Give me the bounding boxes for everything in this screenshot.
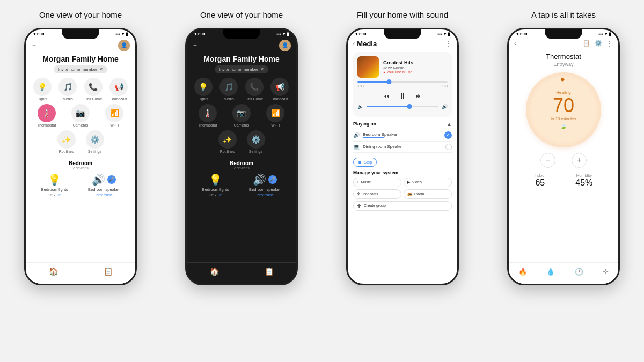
avatar-1[interactable]: 👤 bbox=[118, 40, 130, 51]
radio-btn[interactable]: 📻 Radio bbox=[404, 189, 452, 199]
media-icon-2: 🎵 bbox=[219, 78, 238, 96]
bedroom-speaker-1[interactable]: 🔊 🎤 Bedroom speaker Play music bbox=[88, 173, 120, 197]
bedroom-lights-2[interactable]: 💡 Bedroom lights Off • On bbox=[202, 173, 229, 197]
time-row: 1:12 3:23 bbox=[357, 84, 448, 88]
back-chevron-4[interactable]: ‹ bbox=[514, 40, 516, 46]
phone-3-content: ‹ Media ⋮ Greatest Hits Jazz Music ● You… bbox=[348, 38, 457, 249]
action-thermostat[interactable]: 🌡️ Thermostat bbox=[31, 104, 62, 127]
home-nav-1[interactable]: 🏠 bbox=[49, 267, 58, 276]
lights-off: Off bbox=[48, 193, 53, 197]
podcasts-label: Podcasts bbox=[363, 192, 378, 196]
action-routines[interactable]: ✨ Routines bbox=[54, 130, 79, 153]
progress-bar[interactable]: 1:12 3:23 bbox=[357, 81, 448, 88]
wifi-label-2: Wi-Fi bbox=[271, 123, 280, 127]
action-media-2[interactable]: 🎵 Media bbox=[218, 78, 240, 101]
lights-off-2: Off bbox=[209, 193, 214, 197]
music-btn[interactable]: ♪ Music bbox=[353, 178, 401, 187]
mic-button-1[interactable]: 🎤 bbox=[107, 175, 116, 184]
more-icon-3[interactable]: ⋮ bbox=[445, 40, 452, 47]
create-group-btn[interactable]: ➕ Create group bbox=[353, 201, 452, 211]
lights-on: On bbox=[57, 193, 62, 197]
volume-track[interactable] bbox=[367, 106, 438, 107]
speaker-1-bar bbox=[363, 137, 384, 138]
next-btn[interactable]: ⏭ bbox=[415, 92, 422, 100]
phone-2: 10:00 ▪▪▪ ▾ ▮ ＋ 👤 Morgan Family Home Inv… bbox=[185, 28, 298, 285]
action-cameras[interactable]: 📷 Cameras bbox=[65, 104, 96, 127]
action-lights[interactable]: 💡 Lights bbox=[31, 78, 54, 101]
cameras-icon: 📷 bbox=[71, 104, 90, 122]
track-info: Greatest Hits Jazz Music ● YouTube Music bbox=[383, 60, 448, 74]
bedroom-speaker-2[interactable]: 🔊 🎤 Bedroom speaker Play music bbox=[249, 173, 281, 197]
pause-btn[interactable]: ⏸ bbox=[398, 91, 407, 101]
action-settings[interactable]: ⚙️ Settings bbox=[82, 130, 107, 153]
action-broadcast[interactable]: 📢 Broadcast bbox=[108, 78, 130, 101]
add-icon-2[interactable]: ＋ bbox=[192, 41, 198, 49]
collapse-icon[interactable]: ▲ bbox=[447, 121, 452, 127]
invite-close-2[interactable]: ✕ bbox=[260, 67, 264, 72]
action-broadcast-2[interactable]: 📢 Broadcast bbox=[269, 78, 291, 101]
volume-fill bbox=[367, 106, 409, 107]
action-thermostat-2[interactable]: 🌡️ Thermostat bbox=[192, 104, 223, 127]
action-callhome-2[interactable]: 📞 Call Home bbox=[243, 78, 266, 101]
action-lights-2[interactable]: 💡 Lights bbox=[192, 78, 215, 101]
devices-icon-4[interactable]: 📋 bbox=[583, 40, 590, 47]
settings-icon: ⚙️ bbox=[86, 130, 104, 149]
bedroom-lights-name-2: Bedroom lights bbox=[202, 187, 229, 192]
action-settings-2[interactable]: ⚙️ Settings bbox=[243, 130, 268, 153]
wifi-icon: ▾ bbox=[122, 32, 124, 36]
podcasts-btn[interactable]: 🎙 Podcasts bbox=[353, 189, 401, 199]
gear-icon-4[interactable]: ⚙️ bbox=[595, 40, 602, 47]
action-cameras-2[interactable]: 📷 Cameras bbox=[226, 104, 257, 127]
prev-btn[interactable]: ⏮ bbox=[383, 92, 390, 100]
play-music-1[interactable]: Play music bbox=[96, 193, 112, 197]
add-icon-1[interactable]: ＋ bbox=[31, 41, 37, 49]
broadcast-icon-2: 📢 bbox=[270, 78, 289, 96]
controls-row: ⏮ ⏸ ⏭ bbox=[357, 91, 448, 101]
action-wifi-2[interactable]: 📶 Wi-Fi bbox=[260, 104, 291, 127]
phone-1-content: ＋ 👤 Morgan Family Home Invite home membe… bbox=[26, 38, 135, 249]
panel-3: Fill your home with sound 10:00 ▪▪▪ ▾ ▮ … bbox=[322, 0, 483, 362]
drop-nav-icon[interactable]: 💧 bbox=[546, 268, 555, 276]
dial-indicator bbox=[560, 77, 565, 82]
divider-1 bbox=[31, 157, 130, 157]
video-btn[interactable]: ▶ Video bbox=[404, 178, 452, 187]
back-chevron-3[interactable]: ‹ bbox=[353, 41, 355, 47]
home-nav-2[interactable]: 🏠 bbox=[210, 267, 219, 276]
stop-label: Stop bbox=[364, 160, 372, 165]
bedroom-lights-1[interactable]: 💡 Bedroom lights Off • On bbox=[41, 173, 68, 197]
temp-plus-btn[interactable]: + bbox=[572, 153, 587, 168]
callhome-label: Call Home bbox=[84, 97, 102, 101]
action-routines-2[interactable]: ✨ Routines bbox=[215, 130, 240, 153]
quick-actions-grid-1: 💡 Lights 🎵 Media 📞 Call Home 📢 Broadcast bbox=[31, 78, 130, 101]
avatar-2[interactable]: 👤 bbox=[279, 40, 291, 51]
invite-chip-2[interactable]: Invite home member ✕ bbox=[215, 65, 268, 73]
fire-nav-icon[interactable]: 🔥 bbox=[518, 268, 527, 276]
more-icon-4[interactable]: ⋮ bbox=[606, 40, 613, 47]
home-header-2: ＋ 👤 bbox=[192, 40, 291, 51]
action-wifi[interactable]: 📶 Wi-Fi bbox=[99, 104, 130, 127]
time-1: 10:00 bbox=[33, 32, 44, 36]
clock-nav-icon[interactable]: 🕐 bbox=[575, 268, 583, 276]
speaker-icon-1: 🔊 bbox=[353, 132, 360, 138]
routines-icon-2: ✨ bbox=[218, 130, 237, 149]
action-callhome[interactable]: 📞 Call Home bbox=[82, 78, 105, 101]
play-music-2[interactable]: Play music bbox=[257, 193, 273, 197]
manage-grid: ♪ Music ▶ Video 🎙 Podcasts 📻 Radio ➕ bbox=[353, 178, 452, 211]
move-nav-icon[interactable]: ✛ bbox=[603, 268, 609, 276]
cameras-icon-2: 📷 bbox=[232, 104, 251, 122]
thermo-dial[interactable]: Heating 70 in 10 minutes 🍃 bbox=[526, 72, 601, 147]
devices-nav-1[interactable]: 📋 bbox=[104, 267, 113, 276]
stop-button[interactable]: ⏹ Stop bbox=[353, 158, 377, 167]
speaker-item-2[interactable]: 💻 Dining room Speaker bbox=[353, 142, 452, 153]
devices-nav-2[interactable]: 📋 bbox=[265, 267, 274, 276]
speaker-item-1[interactable]: 🔊 Bedroom Speaker ✓ bbox=[353, 129, 452, 142]
action-media[interactable]: 🎵 Media bbox=[57, 78, 79, 101]
mic-button-2[interactable]: 🎤 bbox=[268, 175, 277, 184]
speaker-1-name: Bedroom Speaker bbox=[363, 132, 441, 137]
group-icon: ➕ bbox=[357, 204, 362, 208]
invite-close-1[interactable]: ✕ bbox=[99, 67, 103, 72]
invite-chip-1[interactable]: Invite home member ✕ bbox=[54, 65, 107, 73]
temp-minus-btn[interactable]: − bbox=[540, 153, 555, 168]
lights-label: Lights bbox=[37, 97, 47, 101]
callhome-icon-2: 📞 bbox=[245, 78, 264, 96]
